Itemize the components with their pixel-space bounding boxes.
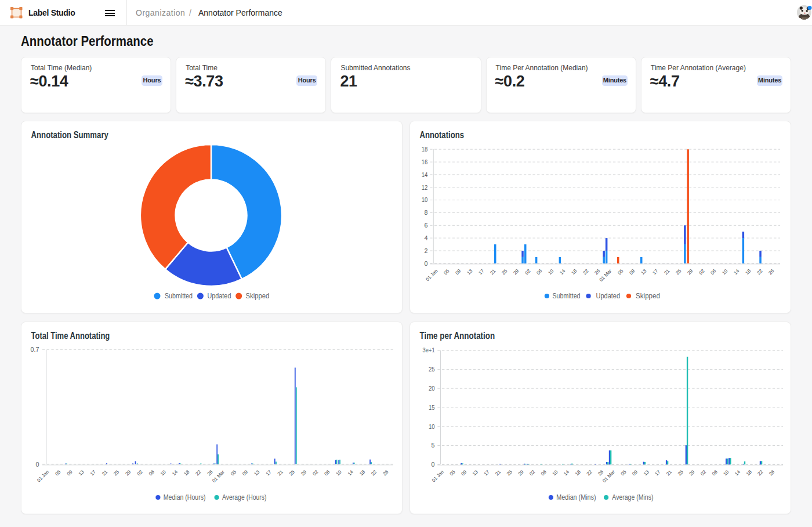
svg-text:0.7: 0.7 xyxy=(30,346,39,353)
svg-text:06: 06 xyxy=(323,469,331,477)
svg-text:26: 26 xyxy=(593,268,601,276)
svg-text:25: 25 xyxy=(288,469,296,477)
svg-text:05: 05 xyxy=(443,268,451,276)
svg-text:18: 18 xyxy=(358,469,366,477)
svg-text:21: 21 xyxy=(665,468,673,477)
svg-text:25: 25 xyxy=(429,366,435,373)
svg-text:10: 10 xyxy=(551,468,559,477)
svg-text:0: 0 xyxy=(432,461,435,468)
svg-text:05: 05 xyxy=(619,468,628,477)
svg-text:13: 13 xyxy=(253,469,261,477)
svg-text:09: 09 xyxy=(66,469,74,477)
svg-text:25: 25 xyxy=(113,469,121,477)
svg-text:Time per Annotation: Time per Annotation xyxy=(420,331,495,341)
svg-text:26: 26 xyxy=(206,469,214,477)
svg-text:10: 10 xyxy=(422,196,428,203)
svg-text:10: 10 xyxy=(335,469,343,477)
svg-text:22: 22 xyxy=(756,468,764,477)
svg-text:21: 21 xyxy=(489,268,497,276)
svg-text:Median (Mins): Median (Mins) xyxy=(556,493,596,501)
svg-text:05: 05 xyxy=(617,268,625,276)
svg-text:18: 18 xyxy=(570,268,578,276)
svg-text:Total Time Annotating: Total Time Annotating xyxy=(31,331,110,341)
svg-text:05: 05 xyxy=(229,469,237,477)
svg-text:13: 13 xyxy=(640,268,648,276)
svg-text:14: 14 xyxy=(563,468,571,477)
svg-text:05: 05 xyxy=(448,468,456,477)
svg-text:25: 25 xyxy=(676,468,684,477)
svg-text:16: 16 xyxy=(422,158,428,165)
svg-text:02: 02 xyxy=(528,468,536,477)
svg-text:12: 12 xyxy=(422,184,428,191)
svg-text:26: 26 xyxy=(382,469,390,477)
svg-text:21: 21 xyxy=(663,268,671,276)
svg-text:09: 09 xyxy=(241,469,249,477)
svg-text:2: 2 xyxy=(424,247,427,254)
svg-text:20: 20 xyxy=(429,385,435,392)
svg-text:02: 02 xyxy=(311,469,320,477)
svg-text:01 Mar: 01 Mar xyxy=(601,469,616,483)
svg-text:22: 22 xyxy=(194,469,202,477)
svg-text:Skipped: Skipped xyxy=(636,292,660,300)
svg-text:Annotation Summary: Annotation Summary xyxy=(31,130,109,140)
svg-text:5: 5 xyxy=(432,442,435,449)
svg-text:02: 02 xyxy=(699,468,708,477)
svg-text:29: 29 xyxy=(124,469,132,477)
svg-text:17: 17 xyxy=(264,469,273,477)
svg-text:4: 4 xyxy=(424,234,427,241)
svg-text:29: 29 xyxy=(688,468,696,477)
svg-text:26: 26 xyxy=(768,468,776,477)
svg-text:13: 13 xyxy=(77,469,85,477)
svg-text:17: 17 xyxy=(477,268,485,276)
svg-text:Submitted: Submitted xyxy=(553,292,581,300)
svg-text:Submitted: Submitted xyxy=(165,292,193,300)
svg-text:25: 25 xyxy=(675,268,683,276)
svg-text:14: 14 xyxy=(171,469,179,477)
svg-text:Skipped: Skipped xyxy=(246,292,270,300)
svg-text:22: 22 xyxy=(756,268,764,276)
svg-text:Median (Hours): Median (Hours) xyxy=(164,493,206,501)
svg-text:26: 26 xyxy=(767,268,775,276)
svg-text:29: 29 xyxy=(686,268,694,276)
svg-text:13: 13 xyxy=(471,468,479,477)
svg-text:14: 14 xyxy=(559,268,567,276)
svg-text:25: 25 xyxy=(505,468,513,477)
svg-text:01 Mar: 01 Mar xyxy=(598,268,612,282)
svg-text:29: 29 xyxy=(512,268,520,276)
svg-text:21: 21 xyxy=(494,468,502,477)
svg-text:Updated: Updated xyxy=(596,292,621,300)
svg-text:10: 10 xyxy=(429,423,435,430)
svg-text:09: 09 xyxy=(454,268,462,276)
svg-text:06: 06 xyxy=(709,268,717,276)
svg-text:14: 14 xyxy=(734,468,742,477)
svg-text:06: 06 xyxy=(539,468,548,477)
svg-text:Updated: Updated xyxy=(208,292,231,300)
svg-text:Annotations: Annotations xyxy=(420,130,465,140)
svg-text:09: 09 xyxy=(628,268,636,276)
svg-text:18: 18 xyxy=(744,268,752,276)
svg-text:22: 22 xyxy=(582,268,590,276)
svg-text:06: 06 xyxy=(147,469,155,477)
svg-text:3e+1: 3e+1 xyxy=(423,346,435,353)
svg-text:21: 21 xyxy=(101,469,109,477)
svg-text:14: 14 xyxy=(346,469,354,477)
svg-text:09: 09 xyxy=(631,468,639,477)
svg-text:17: 17 xyxy=(483,468,491,477)
svg-text:06: 06 xyxy=(710,468,719,477)
svg-text:10: 10 xyxy=(721,268,729,276)
svg-text:25: 25 xyxy=(501,268,509,276)
svg-text:02: 02 xyxy=(524,268,532,276)
svg-text:17: 17 xyxy=(654,468,662,477)
svg-text:26: 26 xyxy=(597,468,605,477)
svg-text:Average (Hours): Average (Hours) xyxy=(222,493,267,501)
svg-text:09: 09 xyxy=(460,468,468,477)
svg-text:22: 22 xyxy=(585,468,593,477)
svg-text:13: 13 xyxy=(466,268,474,276)
svg-text:0: 0 xyxy=(424,260,427,267)
svg-text:15: 15 xyxy=(429,404,435,411)
svg-text:10: 10 xyxy=(722,468,730,477)
svg-text:18: 18 xyxy=(574,468,582,477)
svg-text:02: 02 xyxy=(136,469,144,477)
svg-text:18: 18 xyxy=(422,146,428,153)
svg-text:18: 18 xyxy=(745,468,753,477)
